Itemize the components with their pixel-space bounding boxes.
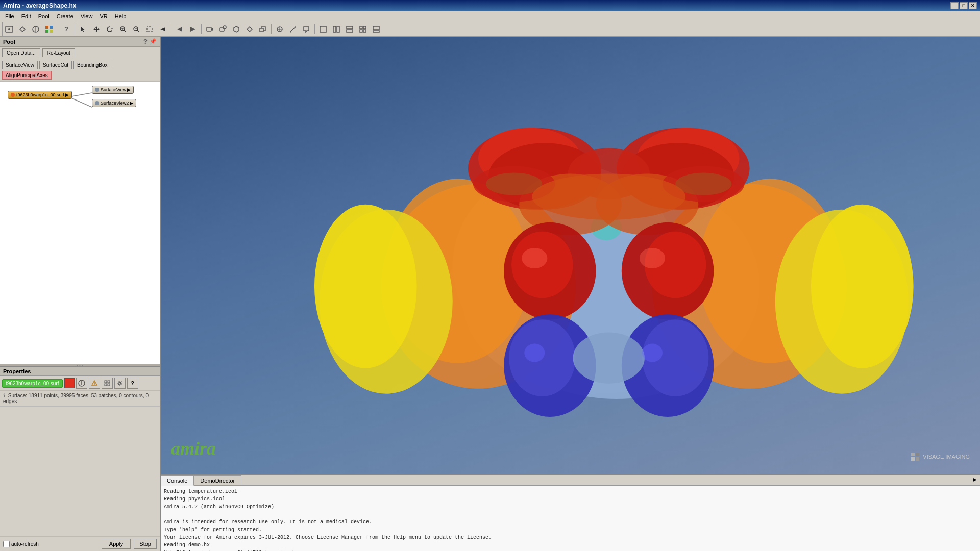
- svg-point-86: [640, 248, 665, 268]
- visage-imaging-logo: VISAGE IMAGING: [910, 452, 970, 462]
- toolbar-view4[interactable]: [243, 23, 256, 35]
- svg-point-63: [314, 205, 417, 368]
- prop-name-button[interactable]: t9623b0warp1c_00.surf: [2, 379, 63, 388]
- apply-button[interactable]: Apply: [102, 539, 131, 549]
- stop-button[interactable]: Stop: [134, 539, 157, 549]
- console-tabs: Console DemoDirector ▶: [161, 475, 980, 486]
- menu-view[interactable]: View: [78, 12, 96, 20]
- toolbar-special-view[interactable]: [370, 23, 382, 35]
- toolbar-pool-btn3[interactable]: [30, 23, 42, 35]
- node-connection-svg: [0, 82, 160, 364]
- toolbar-select[interactable]: [77, 23, 89, 35]
- toolbar-back[interactable]: [174, 23, 186, 35]
- maximize-button[interactable]: □: [960, 2, 968, 9]
- toolbar-fly[interactable]: [157, 23, 169, 35]
- visage-logo-text: VISAGE IMAGING: [923, 454, 970, 460]
- main-toolbar: ?: [0, 21, 980, 37]
- titlebar-controls: ─ □ ✕: [950, 2, 977, 9]
- menu-pool[interactable]: Pool: [35, 12, 53, 20]
- tab-demodirector[interactable]: DemoDirector: [194, 475, 241, 485]
- svg-line-41: [69, 93, 92, 97]
- pool-help-icon[interactable]: ?: [143, 38, 148, 45]
- toolbar-view-cam[interactable]: [204, 23, 216, 35]
- toolbar-move[interactable]: [90, 23, 103, 35]
- svg-rect-39: [373, 26, 379, 30]
- menu-vr[interactable]: VR: [96, 12, 110, 20]
- menu-create[interactable]: Create: [54, 12, 77, 20]
- auto-refresh-checkbox[interactable]: [3, 541, 10, 547]
- svg-point-84: [573, 332, 645, 383]
- open-data-button[interactable]: Open Data...: [2, 48, 40, 57]
- tab-console[interactable]: Console: [161, 475, 194, 486]
- toolbar-pick[interactable]: [274, 23, 286, 35]
- source-node-label: t9623b0warp1c_00.surf: [16, 92, 64, 97]
- toolbar-anno[interactable]: [300, 23, 312, 35]
- toolbar-rotate[interactable]: [104, 23, 116, 35]
- 3d-viewport[interactable]: amira VISAGE IMAGING: [161, 37, 980, 474]
- pool-resize-handle[interactable]: • • •: [0, 364, 160, 366]
- toolbar-fwd[interactable]: [187, 23, 199, 35]
- toolbar-box-select[interactable]: [143, 23, 156, 35]
- svg-point-49: [94, 384, 94, 385]
- svg-rect-7: [50, 30, 53, 33]
- svg-rect-5: [50, 26, 53, 29]
- surface-view-button[interactable]: SurfaceView: [2, 61, 38, 69]
- view1-node[interactable]: SurfaceView ▶: [92, 86, 134, 94]
- source-node[interactable]: t9623b0warp1c_00.surf ▶: [8, 91, 72, 99]
- pool-section: Pool ? 📌 Open Data... Re-Layout SurfaceV…: [0, 37, 160, 367]
- svg-marker-16: [160, 27, 165, 31]
- toolbar-help[interactable]: ?: [60, 23, 72, 35]
- prop-warning-button[interactable]: [89, 378, 100, 389]
- properties-title: Properties: [3, 368, 31, 374]
- prop-info-button[interactable]: [76, 378, 87, 389]
- prop-grid-button[interactable]: [102, 378, 113, 389]
- toolbar-pool-btn2[interactable]: [16, 23, 29, 35]
- auto-refresh-text: auto-refresh: [11, 541, 39, 547]
- menu-help[interactable]: Help: [112, 12, 130, 20]
- svg-line-27: [290, 27, 296, 32]
- re-layout-button[interactable]: Re-Layout: [42, 48, 75, 57]
- toolbar-pool-btn4[interactable]: [43, 23, 55, 35]
- prop-color-box[interactable]: [64, 378, 75, 388]
- svg-rect-30: [320, 26, 326, 32]
- close-button[interactable]: ✕: [969, 2, 977, 9]
- console-scroll-right[interactable]: ▶: [970, 475, 980, 485]
- prop-help-button[interactable]: ?: [127, 378, 138, 389]
- toolbar-view5[interactable]: [257, 23, 269, 35]
- menu-edit[interactable]: Edit: [18, 12, 34, 20]
- minimize-button[interactable]: ─: [950, 2, 959, 9]
- toolbar-four-view[interactable]: [357, 23, 369, 35]
- view2-node[interactable]: SurfaceView2 ▶: [92, 99, 136, 107]
- toolbar-single-view[interactable]: [317, 23, 329, 35]
- toolbar-two-view-h[interactable]: [330, 23, 342, 35]
- align-principal-axes-button[interactable]: AlignPrincipalAxes: [2, 71, 52, 80]
- toolbar-pool-btn1[interactable]: [3, 23, 15, 35]
- console-area: Console DemoDirector ▶ Reading temperatu…: [161, 474, 980, 551]
- view2-node-label: SurfaceView2: [101, 101, 129, 106]
- toolbar-view-cam2[interactable]: [217, 23, 229, 35]
- auto-refresh-label[interactable]: auto-refresh: [3, 541, 39, 547]
- svg-rect-50: [105, 381, 107, 383]
- console-content[interactable]: Reading temperature.icol Reading physics…: [161, 486, 980, 551]
- svg-rect-51: [108, 381, 110, 383]
- svg-point-88: [642, 344, 663, 362]
- pool-pin-icon[interactable]: 📌: [150, 38, 157, 45]
- toolbar-pan[interactable]: [130, 23, 142, 35]
- prop-settings-button[interactable]: [114, 378, 126, 389]
- console-line-7: Reading demo.hx: [164, 541, 977, 549]
- right-area: amira VISAGE IMAGING Console DemoDire: [161, 37, 980, 551]
- console-line-5: Type 'help' for getting started.: [164, 526, 977, 534]
- menu-file[interactable]: File: [2, 12, 17, 20]
- svg-rect-94: [911, 453, 915, 456]
- bounding-box-button[interactable]: BoundingBox: [74, 61, 111, 69]
- surface-cut-button[interactable]: SurfaceCut: [39, 61, 72, 69]
- toolbar-view3[interactable]: [230, 23, 242, 35]
- svg-rect-15: [147, 27, 152, 32]
- toolbar-zoom[interactable]: [117, 23, 129, 35]
- toolbar-measure[interactable]: [287, 23, 299, 35]
- console-line-6: Your license for Amira expires 3-JUL-201…: [164, 534, 977, 541]
- properties-bottom: auto-refresh Apply Stop: [0, 536, 160, 551]
- toolbar-two-view-v[interactable]: [344, 23, 356, 35]
- svg-point-85: [522, 248, 547, 268]
- pool-canvas: t9623b0warp1c_00.surf ▶ SurfaceView ▶ Su…: [0, 82, 160, 364]
